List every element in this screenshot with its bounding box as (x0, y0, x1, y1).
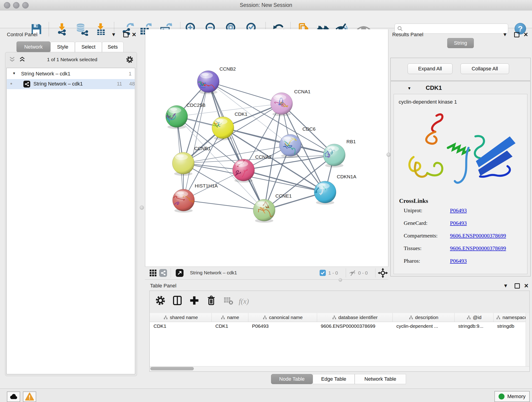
collapse-all-button[interactable]: Collapse All (461, 64, 509, 74)
results-panel-close-button[interactable]: × (524, 32, 528, 37)
network-collection-row[interactable]: ▼ String Network – cdk1 1 (7, 69, 135, 79)
crosslink-pharos-link[interactable]: P06493 (450, 258, 467, 264)
bottom-splitter-handle[interactable] (339, 278, 342, 282)
column-header--id[interactable]: @id (455, 313, 494, 322)
main-toolbar: ? (0, 11, 532, 28)
tab-edge-table[interactable]: Edge Table (313, 374, 355, 384)
network-row-selected[interactable]: ● String Network – cdk1 11 48 (7, 79, 135, 89)
table-cell[interactable]: 9606.ENSP00000378699 (317, 322, 393, 330)
control-panel-close-button[interactable]: × (132, 32, 136, 37)
node-CCNB2[interactable] (194, 70, 219, 94)
left-splitter-handle[interactable] (140, 206, 144, 210)
table-cell[interactable]: stringdb:9... (455, 322, 494, 330)
node-CDKN1A[interactable] (312, 181, 336, 205)
column-header-canonical-name[interactable]: canonical name (248, 313, 317, 322)
results-panel-menu-button[interactable]: ▼ (502, 32, 507, 37)
gene-collapse-icon[interactable]: ▼ (407, 86, 411, 91)
edge-CCNB2-CCNA1[interactable] (208, 82, 282, 104)
show-columns-button[interactable] (171, 294, 184, 307)
column-header-description[interactable]: description (393, 313, 455, 322)
column-header-shared-name[interactable]: shared name (150, 313, 212, 322)
column-header-name[interactable]: name (212, 313, 248, 322)
add-column-button[interactable] (188, 294, 201, 307)
node-CCNB1[interactable] (172, 152, 194, 176)
crosslink-uniprot-link[interactable]: P06493 (450, 207, 467, 214)
gear-icon (155, 295, 166, 306)
table-panel-float-button[interactable] (515, 283, 520, 288)
grid-view-icon[interactable] (149, 269, 157, 277)
network-view-share-icon[interactable] (159, 269, 167, 277)
table-cell[interactable]: CDK1 (150, 322, 212, 330)
expand-all-button[interactable]: Expand All (408, 64, 452, 74)
cloud-status-button[interactable] (7, 391, 20, 402)
delete-column-button[interactable] (205, 294, 218, 307)
tab-select[interactable]: Select (75, 42, 102, 52)
import-network-icon (55, 22, 69, 36)
column-header-namespace[interactable]: namespace (494, 313, 526, 322)
node-label-RB1: RB1 (346, 139, 356, 144)
tab-string[interactable]: String (447, 38, 474, 48)
network-view-title: String Network – cdk1 (190, 270, 237, 275)
database-icon (75, 22, 89, 36)
edge-CCNB2-HIST1H1A[interactable] (184, 82, 208, 200)
control-panel-menu-button[interactable]: ▼ (111, 32, 116, 37)
table-cell[interactable]: P06493 (248, 322, 317, 330)
crosslink-compartments-link[interactable]: 9606.ENSP00000378699 (450, 233, 506, 239)
table-settings-button[interactable] (154, 294, 167, 307)
hidden-nodes-edges-counter: 0 - 0 (358, 270, 368, 276)
memory-button[interactable]: Memory (494, 391, 530, 402)
import-network-file-button[interactable] (55, 22, 69, 36)
collapse-all-icon[interactable] (9, 56, 16, 63)
table-row[interactable]: CDK1CDK1P064939606.ENSP00000378699cyclin… (150, 322, 526, 330)
node-label-CCNB1: CCNB1 (194, 146, 210, 151)
import-table-button[interactable] (94, 22, 107, 36)
tab-network-table[interactable]: Network Table (355, 374, 406, 384)
trash-icon (206, 295, 217, 306)
node-HIST1H1A[interactable] (165, 189, 196, 213)
node-CDC25B[interactable] (164, 105, 188, 129)
column-type-icon (332, 315, 336, 319)
node-RB1[interactable] (323, 144, 345, 167)
table-vertical-scrollbar[interactable] (526, 313, 530, 366)
column-header-label: namespace (502, 315, 526, 320)
table-panel-close-button[interactable]: × (524, 283, 528, 288)
column-header-label: canonical name (269, 315, 303, 320)
results-panel-float-button[interactable] (514, 32, 519, 37)
tab-node-table[interactable]: Node Table (271, 374, 313, 384)
edge-CDK1-RB1[interactable] (223, 128, 334, 155)
control-panel-float-button[interactable] (123, 32, 128, 37)
import-network-database-button[interactable] (75, 22, 89, 36)
node-label-CDKN1A: CDKN1A (337, 174, 356, 179)
node-CCNA1[interactable] (271, 93, 293, 116)
columns-icon (172, 295, 183, 306)
node-CDC6[interactable] (279, 134, 301, 158)
crosslink-tissues-link[interactable]: 9606.ENSP00000378699 (450, 245, 506, 251)
right-splitter-handle[interactable] (386, 153, 391, 157)
edge-CCNB2-CCNE1[interactable] (208, 82, 264, 210)
column-header-database-identifier[interactable]: database identifier (317, 313, 393, 322)
crosslink-genecard-link[interactable]: P06493 (450, 220, 467, 226)
table-cell[interactable]: CDK1 (212, 322, 248, 330)
table-cell[interactable]: stringdb (494, 322, 526, 330)
network-options-gear-icon[interactable] (126, 56, 134, 64)
tab-network[interactable]: Network (17, 41, 51, 52)
table-horizontal-scrollbar[interactable] (150, 366, 529, 371)
network-label: String Network – cdk1 (33, 81, 83, 87)
node-CCNE1[interactable] (253, 199, 275, 223)
scrollbar-thumb[interactable] (150, 367, 194, 370)
tab-sets[interactable]: Sets (102, 42, 123, 52)
pan-crosshair-icon[interactable] (378, 268, 388, 278)
network-canvas[interactable]: CCNB2CCNA1CDC25BCDK1CDC6RB1CCNB1CCNA2CDK… (145, 29, 388, 267)
table-cell[interactable]: cyclin-dependent ... (393, 322, 455, 330)
edge-HIST1H1A-CCNE1[interactable] (184, 200, 264, 210)
warning-status-button[interactable] (23, 391, 36, 402)
tree-expanded-icon[interactable]: ▼ (12, 71, 16, 75)
expand-all-icon[interactable] (19, 56, 26, 63)
birdseye-view-icon[interactable] (176, 269, 184, 277)
results-panel-title: Results Panel (392, 32, 423, 38)
table-panel-menu-button[interactable]: ▼ (503, 283, 508, 288)
tab-style[interactable]: Style (51, 42, 75, 52)
edge-CCNA2-CDKN1A[interactable] (244, 170, 325, 192)
selected-checkbox-icon[interactable] (320, 270, 326, 276)
node-label-CCNA2: CCNA2 (255, 154, 272, 160)
